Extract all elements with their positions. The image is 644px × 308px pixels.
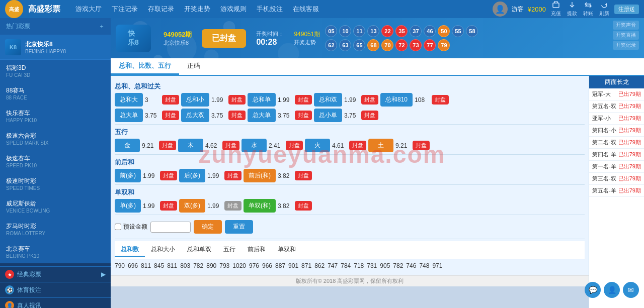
hist-tab-dandouhe[interactable]: 单双和	[272, 243, 302, 257]
classic-expand[interactable]: ▶	[101, 271, 106, 278]
sidebar-item-happypk10[interactable]: 快乐赛车 HAPPY PK10	[0, 105, 111, 128]
tab-zonghe[interactable]: 总和、比数、五行	[111, 58, 179, 75]
nav-item-deposits[interactable]: 存取记录	[148, 5, 174, 14]
sidebar-item-romalottery[interactable]: 罗马时时彩 ROMA LOTTERY	[0, 218, 111, 241]
svg-text:高盛: 高盛	[9, 7, 20, 12]
game-logo-small: K8	[5, 39, 21, 55]
sidebar-toggle-icon[interactable]: ＋	[99, 22, 105, 31]
sidebar-item-venicebowl[interactable]: 威尼斯保龄 VENICE BOWLING	[0, 195, 111, 218]
bet-zonghe-da[interactable]: 总和大	[115, 93, 143, 107]
seal-zonghe-dadan: 封盘	[162, 111, 179, 120]
bet-row-zonghe1: 总和大 3 封盘 总和小 1.99 封盘 总和单 1.99 封盘 总和双 1.9…	[115, 93, 585, 107]
bet-shui[interactable]: 水	[242, 139, 267, 152]
withdraw-btn[interactable]: 提款	[567, 1, 577, 17]
sound-btn[interactable]: 开奖声音	[613, 21, 639, 30]
ball-16: 70	[381, 39, 393, 51]
chat-icon[interactable]: 💬	[585, 282, 601, 298]
bet-zonghe-dashuang[interactable]: 总大双	[181, 109, 209, 122]
hist-num-15: 862	[314, 262, 325, 269]
register-corner-btn[interactable]: 注册送	[614, 5, 639, 14]
seal-zonghe-dan: 封盘	[295, 95, 312, 105]
app-title: 高盛彩票	[28, 4, 60, 15]
sidebar-item-speedmark6[interactable]: 极速六合彩 SPEED MARK SIX	[0, 128, 111, 150]
divider5	[115, 239, 585, 239]
refresh-btn[interactable]: 刷新	[599, 1, 609, 17]
bet-row-dandouhe: 单(多) 1.99 封盘 双(多) 1.99 封盘 单双(和) 3.82 封盘	[115, 199, 585, 213]
hist-num-12: 887	[275, 262, 285, 269]
seal-badge: 已封盘	[202, 29, 246, 48]
bet-mu[interactable]: 木	[178, 139, 203, 152]
divider3	[115, 184, 585, 185]
bet-hou-duo[interactable]: 后(多)	[179, 169, 205, 182]
svg-point-8	[204, 49, 218, 58]
recharge-btn[interactable]: 充值	[551, 1, 561, 17]
reset-button[interactable]: 重置	[225, 220, 253, 234]
bottom-right-icons: 💬 👤 ✉	[585, 282, 639, 298]
hist-tab-qianhouhe[interactable]: 前后和	[242, 243, 272, 257]
live-btn[interactable]: 开奖直播	[613, 31, 639, 40]
footer: 版权所有© 2018 高盛彩票网，保留所有权利	[111, 275, 589, 286]
hist-tab-wuxing[interactable]: 五行	[217, 243, 242, 257]
bet-dan-duo[interactable]: 单(多)	[115, 199, 141, 213]
bet-zonghe-xiao[interactable]: 总和小	[181, 93, 209, 107]
hist-num-9: 1020	[232, 262, 246, 269]
tab-zhengma[interactable]: 正码	[179, 58, 208, 75]
sidebar-item-speedtimes[interactable]: 极速时时彩 SPEED TIMES	[0, 173, 111, 195]
hist-tab-zonghe[interactable]: 总和数	[115, 243, 145, 257]
sidebar-cat-live[interactable]: 👤 真人视讯	[0, 297, 111, 308]
hist-num-18: 718	[354, 262, 364, 269]
bet-shuang-duo[interactable]: 双(多)	[179, 199, 205, 213]
sidebar-item-speedpk10[interactable]: 极速赛车 SPEED PK10	[0, 150, 111, 173]
preset-amount-checkbox[interactable]	[115, 224, 121, 230]
odd-zonghe-dan: 1.99	[278, 96, 293, 104]
bet-qianhouhe-he[interactable]: 前后(和)	[244, 169, 276, 182]
betting-area: zunyueyuanma.com 总和、总和过关 总和大 3 封盘 总和小 1.…	[111, 76, 589, 275]
confirm-button[interactable]: 确定	[194, 220, 222, 234]
ball-1: 05	[325, 25, 337, 37]
ball-5: 22	[381, 25, 393, 37]
rs-item-2: 亚军-小 已出79期	[589, 113, 644, 125]
ball-14: 65	[353, 39, 365, 51]
sidebar-active-game[interactable]: K8 北京快乐8 BEIJING HAPPY8	[0, 35, 111, 60]
preset-amount-label[interactable]: 预设金额	[115, 223, 147, 231]
transfer-btn[interactable]: 转账	[583, 1, 593, 17]
quick-btns: 开奖声音 开奖直播 开奖记录	[613, 21, 639, 50]
bet-zonghe-xiaodan[interactable]: 总小单	[314, 109, 342, 122]
bet-zonghe-dan[interactable]: 总和单	[248, 93, 276, 107]
hist-tab-daxiao[interactable]: 总和大小	[145, 243, 181, 257]
bet-zonghe-dadan2[interactable]: 总大单	[248, 109, 276, 122]
bet-tu[interactable]: 土	[368, 139, 393, 152]
sidebar-item-fucai3d[interactable]: 福彩3D FU CAI 3D	[0, 60, 111, 82]
bet-zonghe-810[interactable]: 总和810	[380, 93, 413, 107]
record-btn[interactable]: 开奖记录	[613, 41, 639, 50]
sidebar-cat-classic[interactable]: ★ 经典彩票 ▶	[0, 266, 111, 282]
active-game-info: 北京快乐8 BEIJING HAPPY8	[25, 40, 66, 54]
hist-num-21: 782	[393, 262, 403, 269]
seal-zonghe-shuang: 封盘	[361, 95, 378, 105]
mail-icon[interactable]: ✉	[623, 282, 639, 298]
user-icon[interactable]: 👤	[604, 282, 620, 298]
sidebar-cat-sports[interactable]: ⚽ 体育投注	[0, 282, 111, 297]
sidebar-item-88race[interactable]: 88赛马 88 RACE	[0, 82, 111, 105]
nav-item-history[interactable]: 开奖走势	[184, 5, 210, 14]
nav-item-service[interactable]: 在线客服	[293, 5, 319, 14]
hist-num-19: 731	[367, 262, 377, 269]
hist-num-5: 803	[180, 262, 190, 269]
nav-item-bets[interactable]: 下注记录	[112, 5, 138, 14]
bet-zonghe-shuang[interactable]: 总和双	[314, 93, 342, 107]
nav-item-mobile[interactable]: 手机投注	[257, 5, 283, 14]
prev-period-sublabel[interactable]: 开奖走势	[294, 39, 320, 46]
sidebar-item-bjpk10[interactable]: 北京赛车 BEIJING PK10	[0, 241, 111, 263]
game-name-header: 北京快乐8	[164, 39, 192, 47]
hist-num-8: 793	[219, 262, 229, 269]
bet-zonghe-dadan[interactable]: 总大单	[115, 109, 143, 122]
bet-danshuanghe[interactable]: 单双(和)	[244, 199, 276, 213]
hist-num-24: 971	[432, 262, 442, 269]
hist-tab-danshuang[interactable]: 总和单双	[181, 243, 217, 257]
bet-huo[interactable]: 火	[305, 139, 330, 152]
nav-item-rules[interactable]: 游戏规则	[220, 5, 247, 14]
bet-jin[interactable]: 金	[115, 139, 140, 152]
amount-input[interactable]	[150, 222, 191, 233]
nav-item-lobby[interactable]: 游戏大厅	[75, 5, 102, 14]
bet-qian-duo[interactable]: 前(多)	[115, 169, 141, 182]
